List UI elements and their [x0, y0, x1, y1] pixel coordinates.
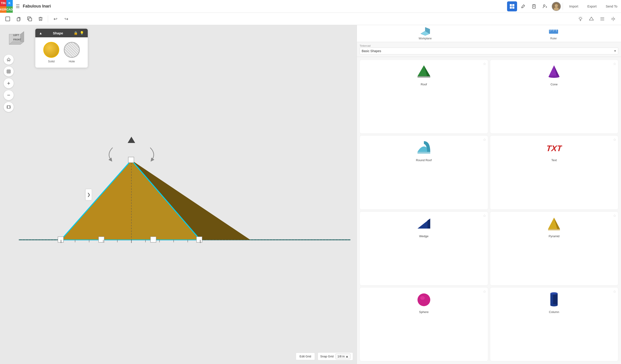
align-tool[interactable]: [597, 14, 607, 24]
top-bar: TIN K KER CAD ☰ Fabulous Inari: [0, 0, 621, 13]
snap-grid-label: Snap Grid: [320, 355, 334, 358]
delete-tool[interactable]: [35, 14, 46, 24]
svg-point-17: [579, 17, 581, 19]
clipboard-icon[interactable]: [529, 1, 539, 11]
star-roof-icon[interactable]: ☆: [483, 62, 486, 66]
light-tool[interactable]: [575, 14, 586, 24]
star-sphere-icon[interactable]: ☆: [483, 289, 486, 294]
svg-point-91: [417, 293, 430, 306]
round-roof-label: Round Roof: [416, 158, 432, 162]
grid-view-button[interactable]: [507, 1, 517, 11]
panel-collapse-arrow[interactable]: ❯: [86, 189, 92, 200]
mirror-tool[interactable]: [608, 14, 618, 24]
hammer-icon[interactable]: [518, 1, 528, 11]
svg-point-11: [555, 4, 558, 7]
shape-panel: ▲ Shape 🔒 💡 Solid Hole: [35, 29, 88, 68]
bulb-icon[interactable]: 💡: [80, 31, 84, 35]
solid-option[interactable]: Solid: [43, 42, 59, 63]
pyramid-svg: [546, 215, 562, 232]
workplane-button[interactable]: Workplane: [419, 27, 432, 40]
svg-rect-16: [29, 18, 32, 21]
hole-label: Hole: [69, 60, 75, 63]
shape-card-round-roof[interactable]: ☆ Round Roof: [360, 135, 488, 209]
shape-card-roof[interactable]: ☆ Roof: [360, 60, 488, 134]
svg-rect-1: [512, 4, 514, 6]
logo-ker: KER: [0, 6, 6, 13]
send-to-button[interactable]: Send To: [602, 3, 621, 10]
cone-shape-img: [545, 63, 563, 81]
add-user-button[interactable]: [540, 1, 550, 11]
shape-panel-title: Shape: [53, 31, 63, 35]
svg-rect-2: [510, 7, 512, 9]
star-wedge-icon[interactable]: ☆: [483, 214, 486, 218]
shape-card-wedge[interactable]: ☆ Wedge: [360, 211, 488, 285]
menu-icon[interactable]: ☰: [13, 1, 23, 11]
scene-svg: [0, 25, 357, 364]
star-cone-icon[interactable]: ☆: [613, 62, 616, 66]
category-dropdown[interactable]: Basic Shapes: [360, 47, 618, 54]
top-right-icons: [507, 1, 561, 11]
round-roof-svg: [416, 139, 432, 156]
toolbar: ↩ ↪: [0, 13, 621, 25]
cone-label: Cone: [551, 83, 558, 86]
shape-panel-collapse[interactable]: ▲: [39, 31, 42, 35]
svg-rect-14: [17, 18, 20, 21]
round-roof-shape-img: [415, 138, 433, 157]
svg-rect-52: [128, 157, 134, 163]
svg-line-22: [579, 17, 579, 17]
shape-card-sphere[interactable]: ☆ Sphere: [360, 287, 488, 361]
frame-tool[interactable]: [3, 14, 13, 24]
hole-option[interactable]: Hole: [64, 42, 80, 63]
toolbar-separator-1: [48, 15, 48, 23]
copy-tool[interactable]: [14, 14, 24, 24]
star-column-icon[interactable]: ☆: [613, 289, 616, 294]
svg-rect-71: [549, 30, 558, 34]
user-avatar[interactable]: [552, 2, 561, 11]
snap-dropdown-arrow: ▲: [345, 355, 348, 358]
svg-marker-57: [128, 137, 135, 143]
svg-marker-79: [417, 76, 430, 78]
text-shape-img: TXT: [545, 138, 563, 157]
wedge-svg: [416, 215, 432, 232]
svg-point-82: [549, 76, 559, 78]
right-panel: Workplane Ruler Tinkercad: [357, 25, 621, 364]
edit-grid-button[interactable]: Edit Grid: [296, 353, 315, 360]
export-button[interactable]: Export: [584, 3, 600, 10]
ruler-label: Ruler: [550, 37, 557, 40]
pyramid-label: Pyramid: [549, 235, 559, 238]
shape-card-cone[interactable]: ☆ Cone: [490, 60, 619, 134]
hole-circle: [64, 42, 80, 58]
svg-marker-86: [428, 219, 430, 229]
logo-cad: CAD: [6, 6, 13, 13]
svg-point-96: [550, 304, 558, 306]
import-button[interactable]: Import: [566, 3, 582, 10]
shape-card-column[interactable]: ☆ Column: [490, 287, 619, 361]
pyramid-shape-img: [545, 214, 563, 233]
roof-label: Roof: [421, 83, 427, 86]
ruler-icon: [548, 27, 559, 36]
star-round-roof-icon[interactable]: ☆: [483, 138, 486, 142]
star-text-icon[interactable]: ☆: [613, 138, 616, 142]
lock-icon[interactable]: 🔒: [74, 31, 78, 35]
column-svg: [546, 291, 562, 308]
canvas-area[interactable]: LEFT FRONT: [0, 25, 357, 364]
shape-tool[interactable]: [586, 14, 596, 24]
snap-value[interactable]: 1/8 in ▲: [335, 353, 350, 359]
app-logo[interactable]: TIN K KER CAD: [0, 0, 13, 13]
ruler-button[interactable]: Ruler: [548, 27, 559, 40]
roof-shape-img: [415, 63, 433, 81]
sphere-shape-img: [415, 290, 433, 308]
star-pyramid-icon[interactable]: ☆: [613, 214, 616, 218]
shape-card-pyramid[interactable]: ☆ Pyramid: [490, 211, 619, 285]
undo-tool[interactable]: ↩: [50, 14, 60, 24]
duplicate-tool[interactable]: [25, 14, 35, 24]
svg-rect-55: [150, 237, 156, 242]
svg-rect-13: [6, 17, 10, 21]
logo-tin: TIN: [0, 0, 6, 6]
redo-tool[interactable]: ↪: [61, 14, 71, 24]
workplane-ruler-section: Workplane Ruler: [357, 25, 621, 42]
roof-svg: [416, 63, 432, 80]
wedge-label: Wedge: [419, 235, 429, 238]
shape-card-text[interactable]: ☆ TXT Text: [490, 135, 619, 209]
wedge-shape-img: [415, 214, 433, 233]
